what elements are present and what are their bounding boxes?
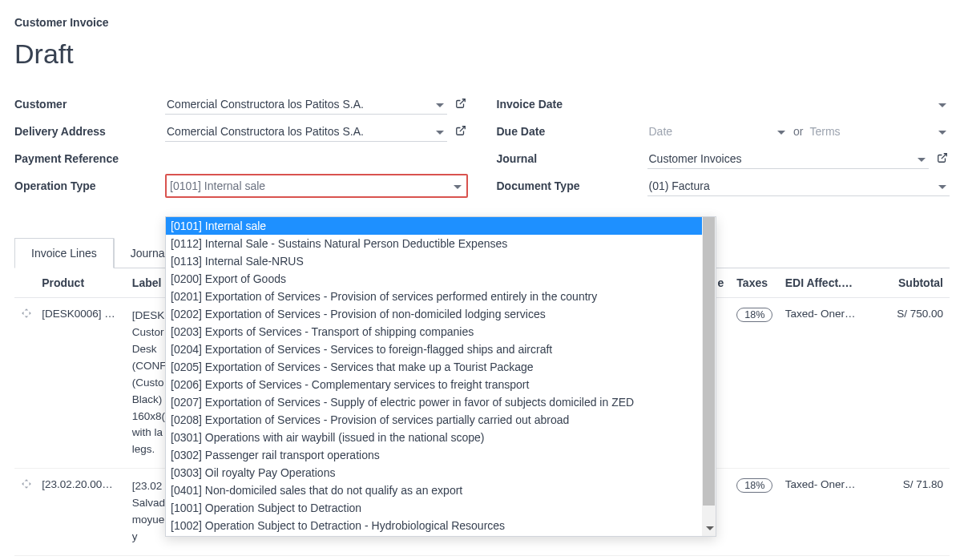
delivery-address-label: Delivery Address: [14, 125, 165, 138]
product-cell[interactable]: [DESK0006] …: [35, 298, 126, 469]
taxes-cell[interactable]: 18%: [730, 469, 778, 556]
scrollbar-thumb[interactable]: [703, 217, 715, 506]
customer-label: Customer: [14, 98, 165, 111]
dropdown-option[interactable]: [0205] Exportation of Services - Service…: [166, 358, 702, 376]
drag-handle-icon[interactable]: [21, 309, 35, 321]
dropdown-option[interactable]: [0203] Exports of Services - Transport o…: [166, 323, 702, 340]
dropdown-option[interactable]: [0201] Exportation of Services - Provisi…: [166, 288, 702, 305]
dropdown-option[interactable]: [1002] Operation Subject to Detraction -…: [166, 517, 702, 534]
product-cell[interactable]: [23.02.20.00…: [35, 469, 126, 556]
edi-cell[interactable]: Taxed- Oner…: [779, 298, 869, 469]
document-type-field[interactable]: (01) Factura: [647, 176, 950, 196]
svg-line-2: [942, 153, 946, 158]
dropdown-option[interactable]: [1003] Operation Subject to Drawdown - P…: [166, 534, 702, 536]
tax-chip[interactable]: 18%: [736, 478, 772, 493]
edi-cell[interactable]: Taxed- Oner…: [779, 469, 869, 556]
operation-type-field-highlight: [0101] Internal sale: [165, 174, 468, 198]
dropdown-option[interactable]: [0303] Oil royalty Pay Operations: [166, 464, 702, 481]
invoice-date-label: Invoice Date: [497, 98, 647, 111]
dropdown-option[interactable]: [0112] Internal Sale - Sustains Natural …: [166, 235, 702, 252]
form-col-right: Invoice Date Due Date Date or Terms: [497, 91, 950, 199]
drag-handle-icon[interactable]: [21, 480, 35, 492]
external-link-icon[interactable]: [454, 98, 468, 111]
dropdown-option[interactable]: [0200] Export of Goods: [166, 270, 702, 288]
journal-field[interactable]: Customer Invoices: [647, 149, 930, 169]
dropdown-option[interactable]: [0207] Exportation of Services - Supply …: [166, 393, 702, 411]
taxes-cell[interactable]: 18%: [730, 298, 778, 469]
document-type-label: Document Type: [497, 179, 647, 192]
payment-reference-field[interactable]: [165, 155, 468, 163]
svg-line-1: [459, 126, 464, 131]
breadcrumb: Customer Invoice: [14, 16, 950, 29]
delivery-address-field[interactable]: Comercial Constructora los Patitos S.A.: [165, 122, 447, 142]
dropdown-option[interactable]: [0101] Internal sale: [166, 217, 702, 235]
svg-line-0: [459, 99, 464, 103]
external-link-icon[interactable]: [935, 152, 950, 166]
page-title: Draft: [14, 38, 950, 70]
dropdown-option[interactable]: [0401] Non-domiciled sales that do not q…: [166, 481, 702, 499]
subtotal-cell: S/ 750.00: [869, 298, 950, 469]
dropdown-option[interactable]: [0202] Exportation of Services - Provisi…: [166, 305, 702, 323]
subtotal-cell: S/ 71.80: [869, 469, 950, 556]
dropdown-option[interactable]: [0204] Exportation of Services - Service…: [166, 340, 702, 358]
col-edi[interactable]: EDI Affect.…: [779, 268, 869, 298]
due-date-date-field[interactable]: Date: [647, 122, 789, 142]
operation-type-label: Operation Type: [14, 179, 165, 192]
dropdown-option[interactable]: [0113] Internal Sale-NRUS: [166, 252, 702, 270]
col-subtotal[interactable]: Subtotal: [869, 268, 950, 298]
tab-invoice-lines[interactable]: Invoice Lines: [14, 238, 114, 268]
due-date-label: Due Date: [497, 125, 647, 138]
scrollbar[interactable]: [702, 217, 716, 536]
dropdown-option[interactable]: [0208] Exportation of Services - Provisi…: [166, 411, 702, 429]
payment-reference-label: Payment Reference: [14, 152, 165, 165]
col-taxes[interactable]: Taxes: [730, 268, 778, 298]
operation-type-dropdown[interactable]: [0101] Internal sale[0112] Internal Sale…: [165, 216, 716, 537]
journal-label: Journal: [497, 152, 647, 165]
dropdown-option[interactable]: [1001] Operation Subject to Detraction: [166, 499, 702, 517]
tax-chip[interactable]: 18%: [736, 308, 772, 322]
scroll-down-icon[interactable]: [704, 522, 716, 535]
due-date-terms-field[interactable]: Terms: [808, 122, 950, 142]
col-product[interactable]: Product: [35, 268, 126, 298]
operation-type-field[interactable]: [0101] Internal sale: [168, 176, 465, 195]
dropdown-option[interactable]: [0301] Operations with air waybill (issu…: [166, 429, 702, 446]
form-grid: Customer Comercial Constructora los Pati…: [14, 91, 950, 199]
form-col-left: Customer Comercial Constructora los Pati…: [14, 91, 468, 199]
or-separator: or: [789, 125, 808, 138]
external-link-icon[interactable]: [454, 125, 468, 139]
dropdown-option[interactable]: [0302] Passenger rail transport operatio…: [166, 446, 702, 464]
invoice-date-field[interactable]: [647, 101, 950, 108]
dropdown-option[interactable]: [0206] Exports of Services - Complementa…: [166, 376, 702, 393]
customer-field[interactable]: Comercial Constructora los Patitos S.A.: [165, 95, 447, 115]
